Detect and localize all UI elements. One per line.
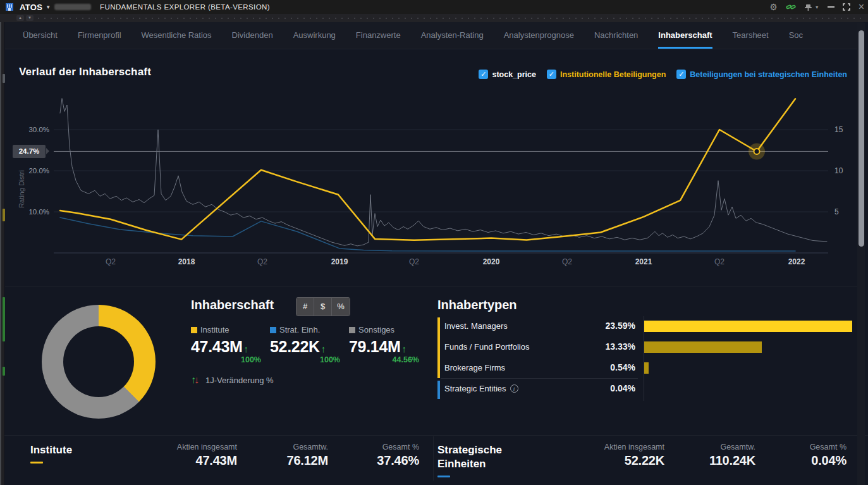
x-axis-tick: 2022: [788, 257, 805, 266]
collapse-down-button[interactable]: ▼: [26, 15, 34, 21]
building-icon: [5, 3, 14, 11]
x-axis-tick: 2021: [635, 257, 652, 266]
tab-tearsheet[interactable]: Tearsheet: [733, 22, 769, 49]
owner-type-row-brokerage-firms: Brokerage Firms0.54%: [437, 358, 855, 379]
metric-number: 47.43M: [191, 338, 243, 355]
card-accent-dash: [30, 462, 43, 464]
unit-button-value[interactable]: $: [314, 298, 332, 316]
tab-analysten-rating[interactable]: Analysten-Rating: [421, 22, 484, 49]
tab-finanzwerte[interactable]: Finanzwerte: [356, 22, 401, 49]
x-axis-tick: Q2: [562, 257, 572, 266]
owner-type-row-funds-fund-portfolios: Funds / Fund Portfolios13.33%: [437, 337, 855, 358]
right-axis-tick: 10: [834, 166, 843, 175]
metric-sonstiges: Sonstiges79.14M↑44.56%: [349, 325, 419, 364]
unit-toggle-group: #$%: [296, 297, 350, 316]
metric-change: 44.56%: [349, 355, 419, 364]
stat-aktien-insgesamt: Aktien insgesamt47.43M: [156, 443, 237, 468]
up-arrow-icon: ↑: [321, 343, 326, 354]
legend-item-stock-price: ✓stock_price: [479, 70, 535, 79]
left-edge-strip: [0, 22, 4, 485]
bottom-cards: InstituteAktien insgesamt47.43MGesamtw.7…: [0, 435, 868, 485]
owner-type-pct: 23.59%: [606, 321, 635, 331]
bar-axis-line: [644, 316, 644, 401]
institutional-group-strip: [437, 317, 440, 378]
scrollbar-thumb[interactable]: [859, 30, 864, 247]
stat-gesamt: Gesamt %0.04%: [766, 443, 847, 468]
ownership-history-chart[interactable]: 30.0%20.0%10.0%15105Q22018Q22019Q22020Q2…: [0, 82, 868, 273]
tabbar: ÜbersichtFirmenprofilWesentliche RatiosD…: [5, 22, 864, 49]
minimize-button[interactable]: [828, 6, 834, 8]
legend-checkbox-institutionelle-beteiligungen[interactable]: ✓: [547, 70, 556, 79]
tab-analystenprognose[interactable]: Analystenprognose: [504, 22, 574, 49]
ticker-symbol[interactable]: ATOS: [20, 3, 42, 12]
stat-label: Aktien insgesamt: [584, 443, 664, 451]
tab-auswirkung[interactable]: Auswirkung: [293, 22, 336, 49]
info-icon[interactable]: i: [510, 384, 518, 393]
summary-card-strategische: Strategische EinheitenAktien insgesamt52…: [433, 435, 868, 485]
stat-gesamtw: Gesamtw.76.12M: [247, 443, 328, 468]
legend-label: stock_price: [492, 70, 535, 79]
tab-inhaberschaft[interactable]: Inhaberschaft: [658, 22, 712, 49]
maximize-button[interactable]: [843, 3, 850, 11]
edge-mark: [3, 367, 5, 376]
settings-gear-icon[interactable]: ⚙: [769, 2, 778, 12]
up-arrow-icon: ↑: [402, 343, 406, 354]
metric-value: 47.43M↑: [191, 338, 261, 356]
stat-gesamt: Gesamt %37.46%: [338, 443, 419, 468]
chart-legend: ✓stock_price✓Institutionelle Beteiligung…: [479, 70, 847, 79]
right-axis-tick: 15: [834, 125, 843, 134]
metric-change: 100%: [191, 355, 261, 364]
x-axis-tick: Q2: [106, 257, 116, 266]
unit-button-count[interactable]: #: [296, 298, 314, 316]
legend-checkbox-beteiligungen-bei-strategischen-einheiten[interactable]: ✓: [676, 70, 686, 79]
tab-wesentliche-ratios[interactable]: Wesentliche Ratios: [142, 22, 212, 49]
highlight-point: [754, 149, 760, 154]
strategic-group-strip: [437, 381, 440, 399]
owner-type-label-text: Invest. Managers: [444, 321, 508, 331]
link-icon[interactable]: [786, 3, 796, 11]
owner-type-label-text: Strategic Entities: [444, 384, 506, 393]
card-stats: Aktien insgesamt47.43MGesamtw.76.12MGesa…: [156, 443, 419, 468]
close-button[interactable]: ×: [859, 4, 864, 10]
metric-swatch: [270, 327, 276, 333]
ownership-metrics: Institute47.43M↑100%Strat. Einh.52.22K↑1…: [191, 325, 419, 364]
left-axis-tick: 10.0%: [28, 208, 49, 216]
tab-soc[interactable]: Soc: [789, 22, 803, 49]
owner-type-label-text: Brokerage Firms: [444, 363, 505, 372]
chart-title: Verlauf der Inhaberschaft: [19, 66, 151, 78]
series-beteiligungen-bei-strategischen-einheiten: [60, 218, 795, 251]
legend-checkbox-stock-price[interactable]: ✓: [479, 70, 488, 79]
pin-caret-icon[interactable]: ▼: [815, 5, 819, 9]
card-stats: Aktien insgesamt52.22KGesamtw.110.24KGes…: [584, 443, 847, 468]
metric-label: Institute: [191, 325, 261, 335]
card-title: Institute: [30, 443, 72, 457]
unit-button-percent[interactable]: %: [332, 298, 350, 316]
stat-label: Gesamt %: [766, 443, 847, 451]
tab-firmenprofil[interactable]: Firmenprofil: [78, 22, 121, 49]
owner-type-pct: 0.04%: [610, 383, 635, 393]
symbol-dropdown-caret[interactable]: ▼: [46, 4, 51, 10]
owner-type-bar: [644, 362, 649, 374]
stat-label: Aktien insgesamt: [156, 443, 237, 451]
owner-row-separator: [441, 378, 638, 379]
owner-type-label: Funds / Fund Portfolios: [444, 342, 529, 352]
tab-dividenden[interactable]: Dividenden: [232, 22, 273, 49]
owner-type-label: Invest. Managers: [444, 321, 508, 331]
down-arrow-icon: ↓: [194, 374, 199, 386]
stat-gesamtw: Gesamtw.110.24K: [675, 443, 755, 468]
metric-institute: Institute47.43M↑100%: [191, 325, 261, 364]
metric-number: 52.22K: [270, 338, 320, 355]
card-accent-dash: [437, 476, 450, 477]
stat-label: Gesamtw.: [247, 443, 328, 451]
owner-type-pct: 0.54%: [610, 362, 635, 372]
collapse-up-button[interactable]: ▲: [16, 15, 24, 21]
metric-swatch: [191, 327, 197, 333]
vertical-scrollbar: [857, 23, 865, 485]
tab-bersicht[interactable]: Übersicht: [23, 22, 58, 49]
metric-change: 100%: [270, 355, 340, 364]
metric-value: 52.22K↑: [270, 338, 340, 356]
series-institutionelle-beteiligungen: [60, 99, 795, 240]
tab-nachrichten[interactable]: Nachrichten: [594, 22, 638, 49]
change-footnote-label: 1J-Veränderung %: [205, 376, 274, 385]
pin-icon[interactable]: ▼: [804, 3, 819, 11]
